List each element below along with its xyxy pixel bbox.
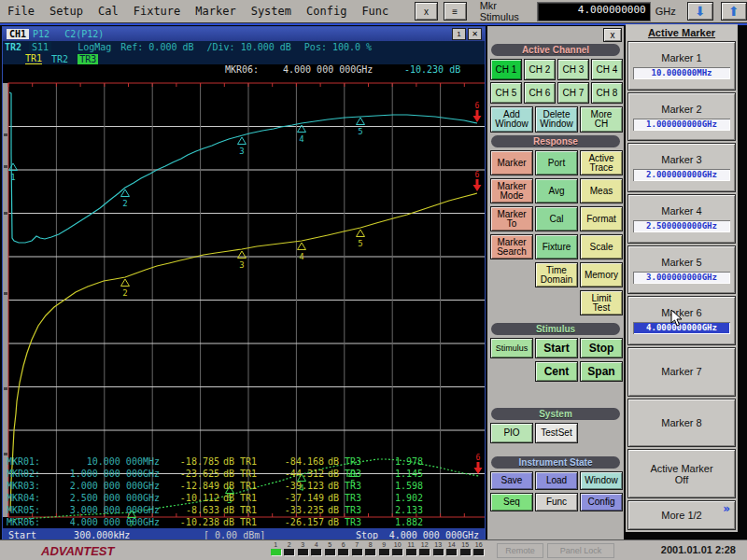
marker1-value[interactable]: 10.000000MHz: [633, 67, 730, 79]
menu-fixture[interactable]: Fixture: [126, 3, 189, 20]
list-icon[interactable]: ≡: [444, 2, 467, 21]
marker2-label: Marker 2: [661, 104, 701, 115]
cent-button[interactable]: Cent: [535, 361, 578, 382]
mkr-stimulus-unit: GHz: [655, 6, 676, 17]
marker-up-button[interactable]: ⬆: [721, 2, 747, 21]
tr1-unit: dB TR1: [219, 492, 266, 504]
avg-button[interactable]: Avg: [535, 178, 578, 203]
menu-system[interactable]: System: [244, 3, 299, 20]
active-marker-pins: 666: [473, 102, 483, 474]
marker1-softkey[interactable]: Marker 1 10.000000MHz: [627, 41, 736, 91]
testset-button[interactable]: TestSet: [535, 423, 578, 443]
marker-button[interactable]: Marker: [490, 150, 533, 175]
tab-tr2[interactable]: TR2: [51, 54, 68, 64]
marker-name: MKR06:: [7, 516, 51, 528]
scale-button[interactable]: Scale: [580, 234, 623, 259]
more-pages-icon: »: [723, 504, 730, 513]
tr3-value: -39.123: [266, 480, 324, 492]
svg-text:2: 2: [122, 288, 127, 298]
marker5-softkey[interactable]: Marker 5 3.000000000GHz: [627, 245, 736, 295]
tr1-value: -10.238: [160, 516, 219, 528]
menu-panel-close-button[interactable]: x: [603, 28, 622, 42]
remote-indicator: Remote: [497, 543, 543, 558]
window-titlebar[interactable]: CH1 P12 C2(P12) 1 ✕: [3, 27, 485, 41]
time-domain-button[interactable]: Time Domain: [535, 262, 578, 287]
marker-search-button[interactable]: Marker Search: [490, 234, 533, 259]
table-row: MKR03:2.000 000 000GHz-12.849dB TR1-39.1…: [7, 480, 473, 492]
meas-button[interactable]: Meas: [580, 178, 623, 203]
cal-button[interactable]: Cal: [535, 206, 578, 231]
seq-button[interactable]: Seq: [490, 493, 533, 511]
ch3-button[interactable]: CH 3: [557, 59, 589, 80]
port-button[interactable]: Port: [535, 150, 578, 175]
ch5-button[interactable]: CH 5: [490, 82, 522, 104]
marker-freq: 3.000 000 000GHz: [51, 504, 160, 516]
window-close-icon[interactable]: ✕: [468, 28, 482, 40]
mkr-stimulus-input[interactable]: 4.000000000: [537, 2, 651, 21]
func-button[interactable]: Func: [535, 493, 578, 511]
config-button[interactable]: Config: [580, 493, 623, 511]
close-button[interactable]: x: [415, 2, 438, 21]
tr3-value: -84.168: [266, 455, 324, 468]
save-button[interactable]: Save: [490, 471, 533, 490]
stimulus-button[interactable]: Stimulus: [490, 338, 533, 358]
ch1-button[interactable]: CH 1: [490, 59, 522, 80]
more-softkey[interactable]: » More 1/2: [627, 500, 736, 530]
ref-value: Ref: 0.000 dB: [120, 42, 193, 52]
marker-down-button[interactable]: ⬇: [687, 2, 713, 21]
window-number-button[interactable]: 1: [452, 28, 466, 40]
marker-mode-button[interactable]: Marker Mode: [490, 178, 533, 203]
active-marker-off-softkey[interactable]: Active Marker Off: [627, 449, 736, 498]
led-indicator: 4: [310, 541, 324, 555]
led-indicator: 3: [296, 541, 310, 555]
span-button[interactable]: Span: [580, 361, 623, 382]
load-button[interactable]: Load: [535, 471, 578, 490]
marker2-softkey[interactable]: Marker 2 1.000000000GHz: [627, 92, 736, 142]
fixture-button[interactable]: Fixture: [535, 234, 578, 259]
tab-tr3[interactable]: TR3: [78, 54, 98, 64]
marker4-value[interactable]: 2.500000000GHz: [633, 220, 730, 232]
limit-test-button[interactable]: Limit Test: [580, 290, 623, 315]
ch7-button[interactable]: CH 7: [557, 82, 589, 104]
menu-setup[interactable]: Setup: [42, 3, 91, 20]
stop-value: 4.000 000 000GHz: [389, 530, 479, 540]
table-row: MKR01:10.000 000MHz-18.785dB TR1-84.168d…: [7, 455, 473, 468]
stop-button[interactable]: Stop: [580, 338, 623, 358]
marker7-softkey[interactable]: Marker 7: [627, 347, 736, 397]
section-header-instrument-state: Instrument State: [491, 456, 620, 469]
ch8-button[interactable]: CH 8: [591, 82, 623, 104]
marker8-softkey[interactable]: Marker 8: [627, 399, 736, 448]
format-button[interactable]: Format: [580, 206, 623, 231]
marker3-softkey[interactable]: Marker 3 2.000000000GHz: [627, 143, 736, 192]
menu-marker[interactable]: Marker: [188, 3, 243, 20]
menu-config[interactable]: Config: [299, 3, 354, 20]
delete-window-button[interactable]: Delete Window: [535, 106, 578, 133]
pos-value: Pos: 100.0 %: [304, 42, 372, 52]
aux-value: 2.133: [371, 504, 423, 516]
ch4-button[interactable]: CH 4: [591, 59, 623, 80]
memory-button[interactable]: Memory: [580, 262, 623, 287]
pio-button[interactable]: PIO: [490, 423, 533, 443]
menu-cal[interactable]: Cal: [91, 3, 126, 20]
tr1-value: -12.849: [160, 480, 219, 492]
svg-text:6: 6: [476, 454, 481, 462]
tab-tr1[interactable]: TR1: [25, 53, 42, 64]
more-ch-button[interactable]: More CH: [580, 106, 623, 133]
marker3-value[interactable]: 2.000000000GHz: [633, 169, 730, 181]
led-indicator: 8: [364, 541, 378, 555]
window-button[interactable]: Window: [580, 471, 623, 490]
active-trace-button[interactable]: Active Trace: [580, 150, 623, 175]
add-window-button[interactable]: Add Window: [490, 106, 533, 133]
menu-file[interactable]: File: [0, 3, 42, 20]
marker4-softkey[interactable]: Marker 4 2.500000000GHz: [627, 194, 736, 244]
ch6-button[interactable]: CH 6: [524, 82, 556, 104]
marker-to-button[interactable]: Marker To: [490, 206, 533, 231]
marker5-value[interactable]: 3.000000000GHz: [633, 272, 730, 284]
channel-indicator-leds: 12345678910111213141516: [269, 541, 486, 555]
advantest-logo: ADVANTEST: [41, 544, 114, 558]
marker2-value[interactable]: 1.000000000GHz: [633, 119, 730, 131]
led-indicator: 1: [269, 541, 283, 555]
menu-func[interactable]: Func: [354, 3, 396, 20]
start-button[interactable]: Start: [535, 338, 578, 358]
ch2-button[interactable]: CH 2: [524, 59, 556, 80]
